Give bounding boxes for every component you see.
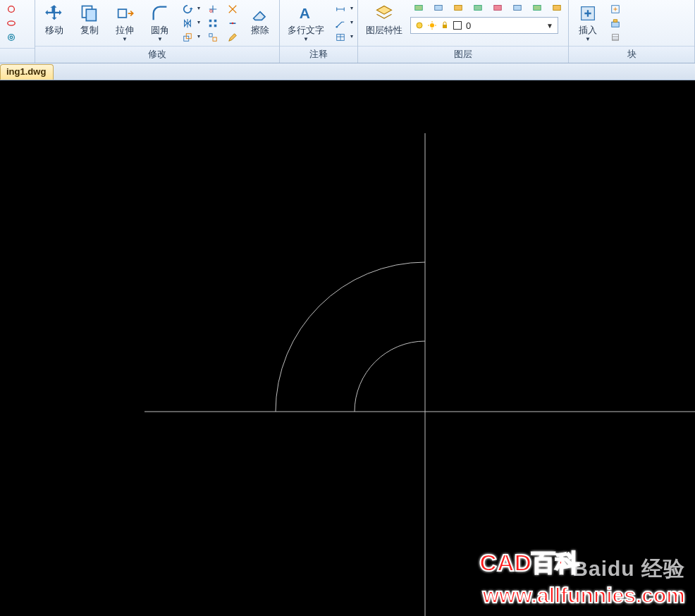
fillet-button[interactable]: 圆角 ▼ <box>144 1 176 44</box>
svg-text:A: A <box>300 5 310 21</box>
chevron-down-icon: ▼ <box>122 36 128 42</box>
stretch-label: 拉伸 <box>116 24 134 37</box>
svg-rect-25 <box>514 6 522 11</box>
layer-state1-icon[interactable] <box>410 1 427 14</box>
modify-mini-col1 <box>179 1 202 44</box>
annotate-panel: A 多行文字 ▼ 注释 <box>280 0 358 63</box>
edit-icon[interactable] <box>224 31 241 44</box>
fillet-label: 圆角 <box>151 24 169 37</box>
svg-rect-5 <box>86 9 96 20</box>
svg-rect-15 <box>213 37 216 41</box>
join-icon[interactable] <box>224 17 241 30</box>
circle-icon[interactable] <box>3 3 20 16</box>
svg-rect-24 <box>494 6 502 11</box>
stretch-icon <box>115 4 135 23</box>
svg-rect-26 <box>534 6 541 11</box>
donut-icon[interactable] <box>3 31 20 44</box>
layer-state7-icon[interactable] <box>529 1 546 14</box>
svg-rect-21 <box>435 6 443 11</box>
layer-properties-button[interactable]: 图层特性 <box>361 1 407 39</box>
svg-point-16 <box>232 23 234 25</box>
block-mini-col <box>607 1 624 44</box>
scale-icon[interactable] <box>179 31 202 44</box>
svg-point-28 <box>417 23 422 28</box>
svg-rect-14 <box>209 34 212 37</box>
layer-controls: 0 ▼ <box>410 1 565 34</box>
layer-state2-icon[interactable] <box>430 1 447 14</box>
document-tabstrip: ing1.dwg <box>0 63 695 80</box>
chevron-down-icon: ▼ <box>157 36 163 42</box>
svg-rect-37 <box>612 22 620 27</box>
svg-point-18 <box>336 26 338 28</box>
svg-rect-34 <box>443 25 447 28</box>
leader-icon[interactable] <box>332 17 355 30</box>
copy-icon <box>80 4 99 23</box>
ribbon: 移动 复制 拉伸 ▼ 圆角 ▼ <box>0 0 695 63</box>
move-button[interactable]: 移动 <box>38 1 70 39</box>
modify-mini-col2 <box>204 1 221 44</box>
layers-icon <box>374 4 394 23</box>
insert-icon <box>578 4 598 23</box>
block-panel-title: 块 <box>569 46 694 63</box>
modify-panel-title: 修改 <box>35 46 279 63</box>
chevron-down-icon: ▼ <box>546 22 553 30</box>
layer-dropdown[interactable]: 0 ▼ <box>410 17 558 34</box>
move-label: 移动 <box>45 24 63 37</box>
modify-panel: 移动 复制 拉伸 ▼ 圆角 ▼ <box>35 0 280 63</box>
create-block-icon[interactable] <box>607 3 624 16</box>
copy-button[interactable]: 复制 <box>73 1 106 39</box>
svg-rect-11 <box>214 20 217 23</box>
drawing-content <box>0 80 695 616</box>
rotate-icon[interactable] <box>179 3 202 16</box>
draw-panel-edge <box>0 0 35 63</box>
color-swatch <box>453 21 462 30</box>
layer-state6-icon[interactable] <box>509 1 526 14</box>
svg-rect-12 <box>209 25 212 27</box>
bulb-on-icon <box>415 21 424 30</box>
layer-state8-icon[interactable] <box>548 1 565 14</box>
layer-state4-icon[interactable] <box>469 1 486 14</box>
move-icon <box>44 4 64 23</box>
mirror-icon[interactable] <box>179 17 202 30</box>
erase-button[interactable]: 擦除 <box>244 1 276 39</box>
align-icon[interactable] <box>204 31 221 44</box>
stretch-button[interactable]: 拉伸 ▼ <box>109 1 141 44</box>
svg-rect-20 <box>415 6 423 11</box>
text-icon: A <box>296 4 316 23</box>
layers-panel: 图层特性 0 <box>358 0 569 63</box>
svg-rect-23 <box>474 6 482 11</box>
modify-mini-col3 <box>224 1 241 44</box>
chevron-down-icon: ▼ <box>585 36 591 42</box>
sun-icon <box>428 21 436 30</box>
mtext-label: 多行文字 <box>288 24 324 37</box>
insert-label: 插入 <box>579 24 597 37</box>
svg-point-3 <box>10 36 13 39</box>
table-icon[interactable] <box>332 31 355 44</box>
layers-panel-title: 图层 <box>358 46 568 63</box>
document-tab[interactable]: ing1.dwg <box>0 64 54 80</box>
insert-button[interactable]: 插入 ▼ <box>572 1 604 44</box>
layer-properties-label: 图层特性 <box>366 24 402 37</box>
array-icon[interactable] <box>204 17 221 30</box>
annotate-panel-title: 注释 <box>280 46 357 63</box>
drawing-canvas[interactable]: CAD百科 Baidu 经验 www.allfunnies.com <box>0 80 695 616</box>
edit-block-icon[interactable] <box>607 17 624 30</box>
ellipse-icon[interactable] <box>3 17 20 30</box>
panel-title <box>0 48 35 63</box>
svg-point-29 <box>430 23 434 27</box>
dimension-icon[interactable] <box>332 3 355 16</box>
svg-rect-22 <box>455 6 462 11</box>
mtext-button[interactable]: A 多行文字 ▼ <box>283 1 329 44</box>
explode-icon[interactable] <box>224 3 241 16</box>
trim-icon[interactable] <box>204 3 221 16</box>
svg-point-9 <box>210 10 213 13</box>
block-panel: 插入 ▼ 块 <box>569 0 695 63</box>
layer-state5-icon[interactable] <box>489 1 506 14</box>
svg-point-2 <box>8 35 15 41</box>
attr-block-icon[interactable] <box>607 31 624 44</box>
layer-state3-icon[interactable] <box>450 1 467 14</box>
layer-name: 0 <box>466 20 471 31</box>
svg-point-0 <box>8 6 15 13</box>
svg-rect-10 <box>209 20 212 23</box>
svg-point-1 <box>8 21 16 25</box>
